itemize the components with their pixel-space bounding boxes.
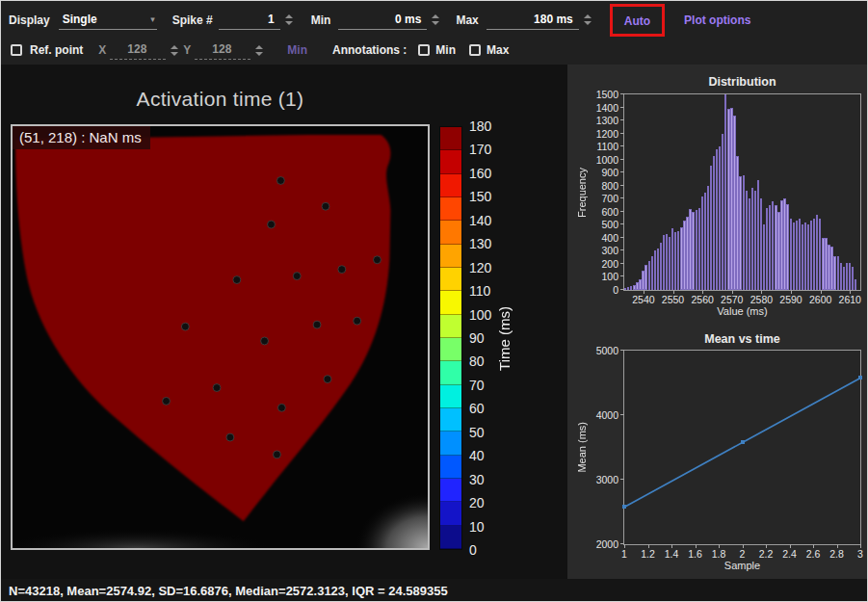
plot-options-button[interactable]: Plot options (684, 13, 750, 27)
colorbar-segment (440, 127, 461, 150)
y-tick-mark (620, 414, 624, 415)
electrode-dot (338, 266, 346, 274)
colorbar-tick-label: 70 (469, 378, 485, 393)
spin-up-icon[interactable] (285, 14, 293, 18)
ref-x-stepper[interactable] (171, 45, 178, 56)
colorbar-segment (440, 150, 461, 173)
spin-down-icon[interactable] (584, 21, 592, 25)
x-tick-label: 1.6 (688, 548, 702, 560)
statistics-text: N=43218, Mean=2574.92, SD=16.6876, Media… (9, 584, 448, 598)
histogram-bar (660, 243, 662, 290)
colorbar-segment (440, 361, 461, 384)
spin-down-icon[interactable] (255, 52, 263, 56)
colorbar-segment (440, 456, 461, 479)
colorbar-tick-label: 150 (469, 189, 491, 204)
colorbar-tick-label: 20 (469, 495, 485, 510)
min-stepper[interactable] (432, 14, 439, 25)
min-label: Min (311, 13, 331, 27)
colorbar-tick-label: 90 (469, 330, 485, 346)
activation-map-image[interactable]: (51, 218) : NaN ms (11, 124, 430, 550)
y-tick-label: 100 (601, 271, 618, 282)
spin-up-icon[interactable] (584, 14, 592, 18)
histogram-bar (698, 208, 700, 290)
spike-input[interactable]: 1 (219, 11, 280, 30)
x-tick-label: 1.2 (641, 548, 655, 560)
electrode-dot (226, 433, 234, 441)
max-stepper[interactable] (584, 14, 592, 25)
auto-button[interactable]: Auto (624, 14, 650, 28)
y-tick-label: 1400 (596, 102, 618, 114)
y-tick-label: 5000 (596, 345, 618, 356)
histogram-bar (713, 156, 715, 290)
min-input[interactable]: 0 ms (338, 11, 427, 30)
electrode-dot (163, 397, 171, 405)
mean-vs-time-ylabel-text: Mean (ms) (576, 422, 588, 473)
mean-data-point (741, 440, 745, 444)
y-tick-label: 500 (601, 219, 618, 230)
spin-down-icon[interactable] (285, 21, 293, 25)
y-tick-label: 1000 (596, 154, 618, 166)
histogram-bar (833, 256, 835, 290)
y-tick-mark (620, 159, 624, 160)
x-tick-label: 1 (621, 548, 627, 560)
histogram-bar (686, 217, 688, 290)
annotation-max-checkbox[interactable] (469, 44, 481, 56)
colorbar-segment (440, 479, 461, 502)
x-tick-label: 2540 (632, 294, 654, 305)
y-tick-mark (620, 119, 624, 120)
mean-data-point (858, 376, 862, 380)
display-label: Display (9, 13, 50, 27)
y-tick-mark (620, 275, 624, 276)
x-tick-label: 2610 (839, 294, 861, 305)
histogram-bar (683, 221, 685, 290)
electrode-dot (324, 376, 331, 383)
electrode-dot (293, 273, 301, 280)
electrode-dot (277, 404, 285, 411)
ref-point-checkbox[interactable] (11, 44, 22, 56)
distribution-xlabel: Value (ms) (623, 305, 861, 317)
histogram-bar (855, 279, 856, 290)
y-tick-label: 1100 (596, 141, 618, 152)
histogram-bar (825, 238, 827, 290)
histogram-bar (701, 196, 703, 290)
ref-min-button[interactable]: Min (287, 43, 307, 57)
histogram-bar (777, 212, 779, 290)
colorbar-axis-label: Time (ms) (496, 126, 513, 550)
spin-up-icon[interactable] (432, 14, 439, 18)
annotation-min-checkbox[interactable] (418, 44, 430, 56)
y-tick-label: 900 (601, 167, 618, 178)
ref-y-input[interactable]: 128 (195, 40, 250, 60)
histogram-bar (648, 261, 650, 290)
y-tick-label: 1500 (596, 89, 618, 100)
x-tick-label: 2560 (691, 294, 713, 305)
auto-button-annotation-box: Auto (610, 4, 665, 37)
histogram-bar (627, 287, 629, 290)
display-dropdown[interactable]: Single ▾ (59, 11, 157, 30)
y-tick-mark (620, 107, 624, 108)
histogram-bar (630, 286, 632, 290)
distribution-ylabel-text: Frequency (576, 168, 588, 218)
histogram-bar (802, 224, 803, 290)
histogram-bar (813, 219, 815, 290)
y-tick-mark (620, 211, 624, 212)
spin-up-icon[interactable] (255, 45, 263, 49)
spin-up-icon[interactable] (171, 45, 178, 49)
electrode-dot (213, 384, 221, 392)
spin-down-icon[interactable] (432, 21, 439, 25)
colorbar-segment (440, 526, 461, 549)
histogram-bar (786, 204, 788, 290)
ref-x-input[interactable]: 128 (110, 40, 166, 60)
spin-down-icon[interactable] (171, 52, 178, 56)
histogram-bar (852, 267, 854, 290)
max-input[interactable]: 180 ms (487, 11, 579, 30)
histogram-bar (790, 219, 792, 290)
y-tick-mark (620, 185, 624, 186)
max-label: Max (456, 13, 478, 27)
spike-stepper[interactable] (285, 14, 293, 25)
y-tick-mark (620, 197, 624, 198)
electrode-dot (261, 337, 269, 345)
y-tick-mark (620, 263, 624, 264)
mean-vs-time-plot-area: 11.21.41.61.822.22.42.62.832000300040005… (623, 350, 861, 545)
ref-y-stepper[interactable] (255, 45, 263, 56)
histogram-bar (722, 134, 723, 290)
